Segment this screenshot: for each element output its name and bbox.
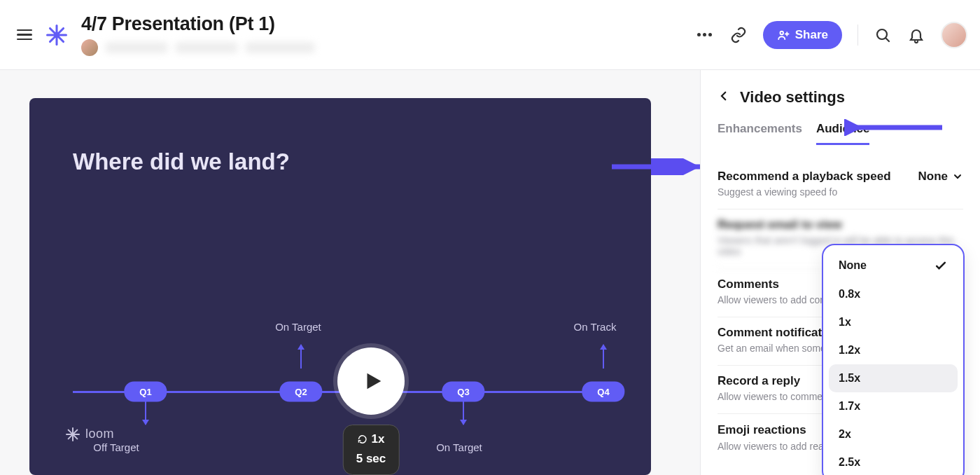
bell-icon[interactable] <box>907 26 925 44</box>
playback-label: Recommend a playback speed <box>718 170 891 184</box>
folder-name <box>245 42 315 53</box>
menu-icon[interactable] <box>13 25 36 45</box>
search-icon[interactable] <box>874 26 892 44</box>
arrow-down-icon <box>463 401 464 425</box>
timestamp <box>175 42 238 53</box>
meta-row <box>81 39 315 56</box>
playback-dropdown[interactable]: None <box>918 170 964 184</box>
svg-point-5 <box>780 31 783 34</box>
more-icon[interactable] <box>696 26 714 44</box>
video-panel: Where did we land? Q1 Q2 Q3 Q4 Off Targe… <box>0 70 700 475</box>
time-badge: 5 sec <box>356 452 386 466</box>
speed-option[interactable]: 1.5x <box>829 364 958 392</box>
divider <box>858 25 858 46</box>
title-block: 4/7 Presentation (Pt 1) <box>81 13 315 56</box>
back-icon[interactable] <box>718 90 730 105</box>
q3-label: On Target <box>436 441 482 453</box>
q3-pill: Q3 <box>442 382 484 402</box>
annotation-arrow-icon <box>844 119 949 136</box>
q4-pill: Q4 <box>582 382 624 402</box>
svg-point-6 <box>877 29 887 39</box>
speed-option[interactable]: 2.5x <box>829 448 958 475</box>
speed-option[interactable]: 0.8x <box>829 280 958 308</box>
video-player[interactable]: Where did we land? Q1 Q2 Q3 Q4 Off Targe… <box>29 98 651 475</box>
author-avatar[interactable] <box>81 39 98 56</box>
chevron-down-icon <box>952 171 963 182</box>
header-left: 4/7 Presentation (Pt 1) <box>13 13 315 56</box>
q1-pill: Q1 <box>124 382 167 402</box>
setting-playback-speed: Recommend a playback speed None Suggest … <box>718 161 963 209</box>
slide-title: Where did we land? <box>73 149 290 175</box>
q2-pill: Q2 <box>279 382 322 402</box>
header-right: Share <box>696 21 967 49</box>
q2-label: On Target <box>275 321 321 333</box>
playback-desc: Suggest a viewing speed fo <box>718 186 963 198</box>
share-button[interactable]: Share <box>763 21 842 49</box>
settings-title: Video settings <box>740 88 845 106</box>
speed-option[interactable]: 1.7x <box>829 392 958 420</box>
playback-badge[interactable]: 1x 5 sec <box>343 425 400 475</box>
loom-watermark: loom <box>66 427 114 441</box>
settings-header: Video settings <box>718 88 963 106</box>
loom-logo-icon[interactable] <box>46 25 67 46</box>
check-icon <box>934 259 948 273</box>
speed-badge: 1x <box>356 432 386 446</box>
q4-label: On Track <box>574 321 617 333</box>
share-label: Share <box>795 28 828 42</box>
author-name <box>105 42 168 53</box>
speed-option[interactable]: None <box>829 251 958 280</box>
playback-speed-menu[interactable]: None0.8x1x1.2x1.5x1.7x2x2.5x <box>822 244 965 475</box>
app-header: 4/7 Presentation (Pt 1) Share <box>0 0 980 70</box>
speed-option[interactable]: 1x <box>829 308 958 336</box>
speed-option[interactable]: 2x <box>829 420 958 448</box>
arrow-up-icon <box>603 345 604 369</box>
arrow-down-icon <box>145 401 146 425</box>
user-avatar[interactable] <box>941 22 967 48</box>
tab-enhancements[interactable]: Enhancements <box>718 122 802 145</box>
play-button[interactable] <box>337 347 405 415</box>
main: Where did we land? Q1 Q2 Q3 Q4 Off Targe… <box>0 70 980 475</box>
arrow-up-icon <box>300 345 302 369</box>
annotation-arrow-icon <box>610 158 710 175</box>
page-title: 4/7 Presentation (Pt 1) <box>81 13 315 35</box>
svg-point-4 <box>54 32 59 37</box>
link-icon[interactable] <box>729 26 748 44</box>
q1-label: Off Target <box>93 441 139 453</box>
speed-option[interactable]: 1.2x <box>829 336 958 364</box>
emoji-label: Emoji reactions <box>718 423 806 437</box>
